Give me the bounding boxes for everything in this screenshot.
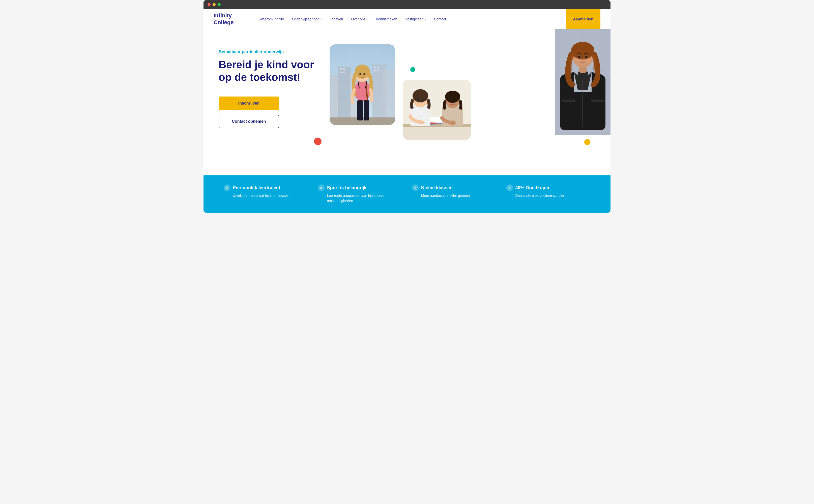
chevron-down-icon-2: ▾ — [366, 18, 368, 20]
site-logo[interactable]: Infinity College — [213, 12, 241, 26]
svg-point-59 — [586, 56, 587, 58]
hero-content: Betaalbaar particulier onderwijs Bereid … — [219, 44, 314, 128]
nav-tarieven[interactable]: Tarieven — [327, 15, 346, 23]
svg-point-15 — [354, 80, 370, 102]
svg-point-45 — [455, 100, 456, 102]
feature-klassen-desc: Meer aandacht, sneller groeien — [412, 193, 496, 198]
feature-klassen-title: ✔ Kleine klassen — [412, 184, 496, 191]
hero-images — [309, 29, 611, 175]
svg-point-46 — [450, 120, 456, 125]
svg-rect-7 — [343, 68, 345, 70]
aanmelden-button[interactable]: Aanmelden — [566, 9, 601, 29]
svg-rect-9 — [343, 72, 345, 73]
feature-goedkoper: ✔ 40% Goedkoper Dan andere particuliere … — [501, 184, 596, 204]
feature-leertraject-title: ✔ Persoonlijk leertraject — [224, 184, 308, 191]
check-icon-4: ✔ — [506, 184, 513, 191]
svg-point-21 — [363, 73, 365, 75]
feature-goedkoper-desc: Dan andere particuliere scholen — [506, 193, 591, 198]
svg-rect-65 — [562, 100, 575, 102]
nav-onderwijsaanbod-label: Onderwijsaanbod — [292, 17, 319, 21]
nav-vestigingen[interactable]: Vestigingen ▾ — [402, 15, 429, 23]
contact-opnemen-button[interactable]: Contact opnemen — [219, 115, 279, 128]
browser-minimize-dot[interactable] — [212, 3, 216, 6]
svg-point-43 — [445, 91, 460, 103]
nav-waarom-infinity[interactable]: Waarom Infinity — [256, 15, 287, 23]
svg-point-58 — [579, 56, 580, 58]
hero-tagline: Betaalbaar particulier onderwijs — [219, 49, 314, 54]
svg-point-44 — [450, 100, 451, 102]
nav-onderwijsaanbod[interactable]: Onderwijsaanbod ▾ — [289, 15, 325, 23]
feature-sport-title: ✔ Sport is belangrijk — [318, 184, 402, 191]
hero-title: Bereid je kind voor op de toekomst! — [219, 58, 314, 84]
feature-sport-desc: Leerroute aanpassen aan bijzondere omsta… — [318, 193, 402, 204]
svg-point-61 — [586, 58, 591, 62]
feature-klassen-label: Kleine klassen — [421, 185, 453, 191]
feature-sport-label: Sport is belangrijk — [327, 185, 367, 191]
logo-line1: Infinity — [213, 12, 232, 19]
svg-rect-10 — [374, 67, 376, 68]
browser-close-dot[interactable] — [207, 3, 210, 6]
svg-rect-11 — [377, 67, 379, 68]
check-icon-1: ✔ — [224, 184, 230, 191]
nav-links: Waarom Infinity Onderwijsaanbod ▾ Tariev… — [256, 15, 566, 23]
nav-vestigingen-label: Vestigingen — [405, 17, 424, 21]
svg-point-20 — [359, 73, 361, 75]
browser-fullscreen-dot[interactable] — [218, 3, 221, 6]
svg-rect-8 — [340, 72, 342, 73]
svg-point-40 — [422, 99, 424, 100]
svg-rect-5 — [382, 70, 395, 125]
hero-image-student-city — [329, 44, 395, 125]
svg-point-33 — [413, 89, 428, 102]
navbar: Infinity College Waarom Infinity Onderwi… — [203, 9, 611, 29]
nav-over-ons-label: Over ons — [351, 17, 365, 21]
feature-leertraject: ✔ Persoonlijk leertraject Uniek leertraj… — [219, 184, 313, 204]
browser-window: Infinity College Waarom Infinity Onderwi… — [203, 0, 611, 213]
students-study-svg — [403, 80, 471, 140]
svg-rect-13 — [377, 70, 379, 71]
student-city-svg — [329, 44, 395, 125]
feature-goedkoper-label: 40% Goedkoper — [516, 185, 550, 191]
nav-kennismaken[interactable]: Kennismaken — [373, 15, 400, 23]
feature-klassen: ✔ Kleine klassen Meer aandacht, sneller … — [407, 184, 501, 204]
chevron-down-icon-3: ▾ — [425, 18, 426, 20]
hero-image-student-jacket — [555, 29, 611, 135]
hero-title-line2: op de toekomst! — [219, 71, 300, 83]
hero-title-line1: Bereid je kind voor — [219, 59, 314, 71]
svg-point-39 — [418, 99, 419, 100]
feature-leertraject-label: Persoonlijk leertraject — [233, 185, 280, 191]
svg-rect-12 — [374, 70, 376, 71]
logo-line2: College — [213, 19, 233, 25]
feature-leertraject-desc: Uniek leertraject dat leidt tot succes — [224, 193, 308, 198]
hero-section: Betaalbaar particulier onderwijs Bereid … — [203, 29, 611, 175]
inschrijven-button[interactable]: Inschrijven — [219, 97, 279, 110]
svg-rect-2 — [338, 67, 351, 125]
features-bar: ✔ Persoonlijk leertraject Uniek leertraj… — [203, 175, 611, 213]
svg-point-60 — [574, 58, 579, 62]
feature-goedkoper-title: ✔ 40% Goedkoper — [506, 184, 591, 191]
svg-rect-66 — [591, 100, 604, 102]
nav-over-ons[interactable]: Over ons ▾ — [348, 15, 371, 23]
svg-point-19 — [355, 65, 370, 79]
svg-rect-6 — [340, 68, 342, 70]
check-icon-3: ✔ — [412, 184, 419, 191]
nav-contact[interactable]: Contact — [431, 15, 449, 23]
svg-rect-23 — [363, 100, 369, 120]
feature-sport: ✔ Sport is belangrijk Leerroute aanpasse… — [313, 184, 407, 204]
hero-image-students-study — [403, 80, 471, 140]
svg-rect-27 — [403, 127, 471, 140]
svg-point-53 — [571, 42, 594, 59]
check-icon-2: ✔ — [318, 184, 324, 191]
student-jacket-svg — [555, 29, 611, 135]
svg-rect-22 — [357, 100, 363, 120]
chevron-down-icon: ▾ — [320, 18, 322, 20]
page-content: Infinity College Waarom Infinity Onderwi… — [203, 9, 611, 213]
browser-chrome-bar — [203, 0, 611, 9]
